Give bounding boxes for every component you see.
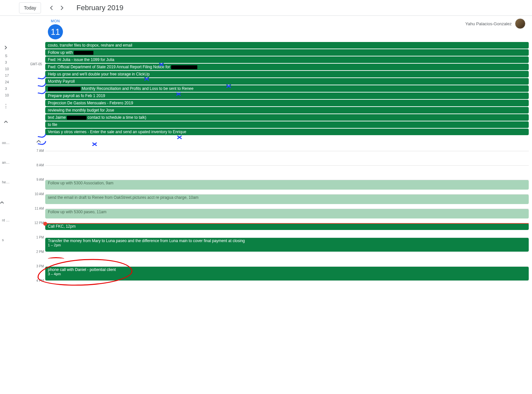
event-title: Prepare payroll as fo Feb 1 2019 [48,93,105,98]
hour-row[interactable]: 7 AM [45,151,529,165]
user-name: Yahu Palacios-Gonzalez [465,21,512,26]
hour-label: 10 AM [31,192,44,196]
allday-event[interactable]: Ventas y otros viernes - Enter the sale … [45,129,529,135]
event-title: Monthly Payroll [48,79,75,84]
event-title: Transfer the money from Mary to Luna pas… [48,238,245,243]
allday-event[interactable]: Fwd: Hi Julia - issue the 1099 for Julia [45,56,529,63]
mini-calendar-cell[interactable]: S [3,54,9,60]
app-header: Today February 2019 [0,0,532,16]
mini-calendar-cell[interactable]: 24 [3,80,9,87]
redacted-text [67,116,87,120]
today-button[interactable]: Today [19,2,41,13]
main-area: S3101724310 ⋮ oo…an…he…nt …s MON 11 Yahu… [0,16,532,394]
event-title: Follow up with 5300 paseo, [48,210,97,214]
mini-calendar-cell[interactable]: 10 [3,93,9,100]
sidebar-truncated-item[interactable]: an… [0,160,12,167]
timed-event[interactable]: Follow up with 5300 paseo, 11am [45,209,529,218]
redacted-text [171,65,197,69]
allday-event[interactable]: Prepare payroll as fo Feb 1 2019 [45,93,529,99]
chevron-up-icon[interactable] [4,119,8,124]
more-icon[interactable]: ⋮ [3,103,9,109]
hour-label: 8 AM [31,163,44,167]
sidebar-truncated-item[interactable]: nt … [0,218,12,225]
chevron-right-icon[interactable] [5,45,7,51]
event-time: 12pm [66,224,76,229]
hour-label: 12 PM [31,221,44,225]
left-sidebar: S3101724310 ⋮ oo…an…he…nt …s [0,16,12,394]
now-indicator [45,223,529,224]
timed-event[interactable]: send the email in draft to Renee from Oa… [45,195,529,204]
hour-row[interactable]: 2 PM [45,252,529,266]
event-time: 1 – 2pm [48,243,526,247]
user-area: Yahu Palacios-Gonzalez [465,18,525,29]
hour-label: 9 AM [31,178,44,181]
allday-event[interactable]: Follow up with [45,49,529,56]
time-grid: 7 AM8 AM9 AM10 AM11 AM12 PM1 PM2 PM3 PM4… [31,151,529,295]
event-title: Call FKC, [48,224,66,229]
timed-event[interactable]: phone call with Daniel - pottential clie… [45,267,529,280]
avatar[interactable] [515,18,525,29]
hour-label: 11 AM [31,207,44,210]
mini-calendar-cell[interactable]: 3 [3,87,9,93]
event-title: phone call with Daniel - pottential clie… [48,267,116,272]
redacted-text [48,87,81,91]
day-number[interactable]: 11 [48,24,63,39]
day-header: MON 11 Yahu Palacios-Gonzalez [12,16,529,39]
allday-event[interactable]: Monthly Reconciliation and Profits and L… [45,85,529,92]
allday-event[interactable]: Help us grow and we'll double your free … [45,71,529,77]
allday-section: couto, transfer files to dropox, reshare… [45,42,529,135]
header-title: February 2019 [76,4,123,12]
event-title: reviewing the monthly budget for Jose [48,108,114,113]
timed-event[interactable]: Transfer the money from Mary to Luna pas… [45,238,529,252]
mini-calendar-cell[interactable]: 10 [3,67,9,73]
hour-row[interactable]: 4 PM [45,281,529,295]
timed-event[interactable]: Follow up with 5300 Association, 9am [45,180,529,190]
prev-button[interactable] [46,3,57,13]
allday-event[interactable]: to file [45,121,529,128]
day-name: MON [51,19,60,23]
event-title: send the email in draft to Renee from Oa… [48,195,189,200]
chevron-up-icon[interactable] [0,200,12,205]
allday-event[interactable]: Monthly Payroll [45,78,529,85]
timezone-label: GMT-05 [30,62,42,66]
next-button[interactable] [57,3,67,13]
event-time: 11am [97,210,107,214]
redacted-text [74,51,93,55]
nav-arrows [46,3,67,13]
event-title: text Jaime [48,115,67,120]
mini-calendar-cell[interactable]: 17 [3,73,9,80]
mini-calendar-cell[interactable]: 3 [3,60,9,67]
event-title: Projeccion De Gastos Mensuales - Febrero… [48,101,133,105]
event-title: contact to schedule a time to talk) [87,115,146,120]
timed-event[interactable]: Call FKC, 12pm [45,223,529,230]
annotation-x-icon: × [91,140,97,149]
allday-event[interactable]: reviewing the monthly budget for Jose [45,107,529,114]
sidebar-truncated-item[interactable]: oo… [0,141,12,147]
event-title: Fwd: Official Department of State 2019 A… [48,65,171,69]
event-title: Follow up with 5300 Association, [48,181,106,185]
hour-label: 2 PM [31,250,44,254]
event-title: Help us grow and we'll double your free … [48,72,149,76]
allday-event[interactable]: Projeccion De Gastos Mensuales - Febrero… [45,100,529,106]
event-title: couto, transfer files to dropox, reshare… [48,43,132,48]
hour-row[interactable]: 8 AM [45,165,529,180]
event-time: 3 – 4pm [48,272,526,276]
event-title: Fwd: Hi Julia - issue the 1099 for Julia [48,57,114,62]
event-title: to file [48,122,57,127]
now-indicator-dot [43,222,47,226]
allday-event[interactable]: text Jaime contact to schedule a time to… [45,114,529,121]
hour-label: 4 PM [31,279,44,282]
allday-event[interactable]: couto, transfer files to dropox, reshare… [45,42,529,49]
sidebar-truncated-item[interactable]: s [0,238,12,244]
hour-label: 7 AM [31,149,44,153]
event-title: Follow up with [48,50,74,55]
collapse-allday-icon[interactable] [35,138,43,144]
event-title: Ventas y otros viernes - Enter the sale … [48,130,186,134]
event-time: 10am [189,195,199,200]
event-title: Monthly Reconciliation and Profits and L… [81,86,193,91]
event-time: 9am [106,181,113,185]
hour-label: 1 PM [31,236,44,239]
allday-event[interactable]: Fwd: Official Department of State 2019 A… [45,64,529,70]
sidebar-truncated-item[interactable]: he… [0,180,12,187]
hour-label: 3 PM [31,264,44,268]
